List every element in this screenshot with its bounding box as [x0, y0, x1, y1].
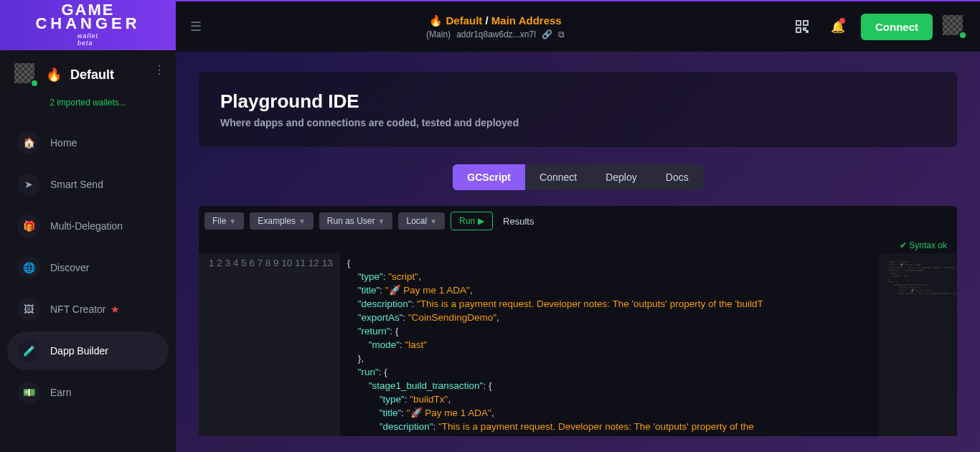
nav-label: Multi-Delegation	[50, 220, 123, 232]
examples-menu[interactable]: Examples ▼	[250, 212, 314, 230]
sidebar-item-nft-creator[interactable]: 🖼NFT Creator★	[7, 290, 169, 329]
notifications-icon[interactable]: 🔔	[825, 14, 851, 39]
nav-label: Earn	[50, 387, 72, 398]
run-button[interactable]: Run ▶	[451, 212, 493, 230]
status-dot	[30, 79, 39, 88]
syntax-status: ✔ Syntax ok	[199, 237, 957, 253]
results-link[interactable]: Results	[503, 216, 534, 227]
nav-icon: 💵	[17, 381, 40, 404]
svg-rect-1	[804, 21, 808, 25]
nav: 🏠Home➤Smart Send🎁Multi-Delegation🌐Discov…	[0, 118, 176, 420]
breadcrumb-default[interactable]: Default	[446, 14, 483, 27]
tab-docs[interactable]: Docs	[651, 164, 703, 190]
flame-icon: 🔥	[429, 14, 443, 27]
wallet-header: 🔥 Default ⋮	[0, 50, 176, 93]
nav-label: Smart Send	[50, 179, 103, 190]
sidebar-item-dapp-builder[interactable]: 🧪Dapp Builder	[7, 331, 169, 370]
main: ☰ 🔥 Default / Main Address (Main) addr1q…	[176, 0, 980, 452]
breadcrumb: 🔥 Default / Main Address (Main) addr1q8a…	[213, 14, 778, 39]
sidebar-item-home[interactable]: 🏠Home	[7, 123, 169, 162]
imported-wallets[interactable]: 2 imported wallets...	[0, 93, 176, 118]
connect-button[interactable]: Connect	[861, 14, 933, 40]
svg-rect-3	[804, 28, 806, 30]
nav-icon: 🌐	[17, 256, 40, 279]
code-area[interactable]: { "type": "script", "title": "🚀 Pay me 1…	[340, 253, 878, 436]
sidebar: GAME CHANGER walletbeta 🔥 Default ⋮ 2 im…	[0, 0, 176, 452]
local-menu[interactable]: Local ▼	[398, 212, 445, 230]
address-prefix: (Main)	[426, 29, 451, 39]
breadcrumb-main[interactable]: Main Address	[491, 14, 562, 27]
sidebar-item-earn[interactable]: 💵Earn	[7, 373, 169, 412]
page-title: Playground IDE	[220, 90, 936, 113]
nav-icon: 🖼	[17, 298, 40, 321]
sidebar-item-multi-delegation[interactable]: 🎁Multi-Delegation	[7, 207, 169, 245]
tab-connect[interactable]: Connect	[525, 164, 591, 190]
topbar: ☰ 🔥 Default / Main Address (Main) addr1q…	[176, 1, 980, 52]
line-gutter: 1 2 3 4 5 6 7 8 9 10 11 12 13	[199, 253, 340, 436]
code-editor[interactable]: 1 2 3 4 5 6 7 8 9 10 11 12 13 { "type": …	[199, 253, 957, 436]
content: Playground IDE Where dapps and connectio…	[176, 52, 980, 452]
svg-rect-4	[806, 31, 808, 32]
more-menu[interactable]: ⋮	[154, 63, 165, 77]
notification-dot	[839, 18, 845, 24]
wallet-name: Default	[70, 67, 114, 83]
nav-icon: ➤	[17, 173, 40, 196]
wallet-avatar[interactable]	[14, 63, 37, 86]
ide-tabs: GCScriptConnectDeployDocs	[199, 164, 957, 190]
nav-label: NFT Creator	[50, 303, 106, 315]
page-header: Playground IDE Where dapps and connectio…	[199, 72, 957, 147]
minimap[interactable]: { "type": "script", "title": "🚀 Pay me 1…	[878, 253, 957, 436]
address-value[interactable]: addr1q8aw6dz...xn7l	[456, 29, 536, 39]
copy-icon[interactable]: ⧉	[558, 29, 565, 39]
svg-rect-2	[796, 28, 801, 32]
qr-icon[interactable]	[789, 14, 815, 39]
sidebar-item-smart-send[interactable]: ➤Smart Send	[7, 165, 169, 204]
tab-deploy[interactable]: Deploy	[591, 164, 651, 190]
sidebar-item-discover[interactable]: 🌐Discover	[7, 248, 169, 287]
editor-toolbar: File ▼ Examples ▼ Run as User ▼ Local ▼ …	[199, 212, 957, 237]
page-subtitle: Where dapps and connections are coded, t…	[220, 117, 936, 128]
logo-sub: walletbeta	[77, 32, 98, 47]
status-dot	[958, 31, 967, 39]
menu-toggle[interactable]: ☰	[190, 19, 202, 34]
svg-rect-0	[796, 21, 801, 25]
star-icon: ★	[110, 303, 120, 315]
nav-label: Home	[50, 137, 77, 149]
nav-icon: 🏠	[17, 131, 40, 154]
logo[interactable]: GAME CHANGER walletbeta	[0, 0, 176, 50]
nav-label: Discover	[50, 262, 89, 273]
tab-gcscript[interactable]: GCScript	[453, 164, 525, 190]
nav-label: Dapp Builder	[50, 345, 108, 357]
editor-panel: File ▼ Examples ▼ Run as User ▼ Local ▼ …	[199, 206, 957, 436]
nav-icon: 🎁	[17, 215, 40, 237]
nav-icon: 🧪	[17, 339, 40, 362]
flame-icon: 🔥	[46, 67, 62, 83]
logo-line2: CHANGER	[35, 17, 140, 31]
link-icon[interactable]: 🔗	[542, 29, 552, 39]
runas-menu[interactable]: Run as User ▼	[319, 212, 393, 230]
file-menu[interactable]: File ▼	[204, 212, 244, 230]
user-avatar[interactable]	[943, 15, 966, 38]
